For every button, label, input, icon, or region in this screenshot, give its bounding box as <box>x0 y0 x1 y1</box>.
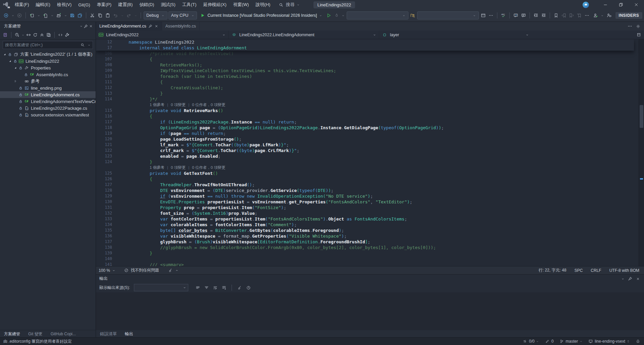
chevron-down-button[interactable] <box>10 12 15 19</box>
maximize-button[interactable] <box>613 0 629 9</box>
previous-bookmark-button[interactable] <box>560 12 567 19</box>
close-icon[interactable] <box>88 23 94 29</box>
codelens-row[interactable]: 1 個參考|0 項變更|0 位作者，0 項變更 <box>96 102 639 108</box>
filter-messages-icon[interactable] <box>204 285 209 290</box>
menu-item[interactable]: 視窗(W) <box>230 0 252 9</box>
spell-check-button[interactable]: ABC <box>500 12 507 19</box>
code-editor[interactable]: 106 /*private void RefreshTextView()107 … <box>96 39 644 266</box>
cursor-position[interactable]: 行: 22, 字元: 48 <box>539 267 566 273</box>
output-content[interactable] <box>96 292 644 330</box>
tree-item[interactable]: C#LineEndingAdornmentTextViewCreati <box>0 98 96 105</box>
vertical-scrollbar[interactable] <box>639 39 644 266</box>
status-bar-pencil[interactable]: 0 <box>545 339 554 344</box>
menu-item[interactable]: Git(G) <box>75 0 93 9</box>
chevron-down-icon[interactable] <box>319 13 323 18</box>
timestamps-icon[interactable] <box>246 285 251 290</box>
panel-tab[interactable]: 錯誤清單 <box>96 331 121 337</box>
editor-settings-icon[interactable] <box>635 23 641 29</box>
tree-item[interactable]: C#LineEndings2022 <box>0 58 96 64</box>
close-icon[interactable] <box>154 23 158 29</box>
paste-button[interactable] <box>104 12 111 19</box>
menu-item[interactable]: 測試(S) <box>157 0 179 9</box>
document-outline-icon[interactable] <box>636 32 641 38</box>
debug-dropdown[interactable]: Debug <box>144 11 167 19</box>
add-item-button[interactable] <box>55 12 62 19</box>
zoom-control[interactable]: 100 % <box>99 268 115 273</box>
chevron-down-button[interactable] <box>120 12 125 19</box>
pin-icon[interactable] <box>83 23 88 29</box>
codelens-segment[interactable]: 0 位作者，0 項變更 <box>192 102 226 108</box>
menu-item[interactable]: 偵錯(D) <box>136 0 157 9</box>
more-options-button[interactable] <box>584 12 590 19</box>
chevron-down-icon[interactable] <box>21 32 24 38</box>
increase-indent-button[interactable] <box>540 12 547 19</box>
autoscroll-icon[interactable] <box>221 285 227 290</box>
decrease-indent-button[interactable] <box>533 12 539 19</box>
new-project-button[interactable] <box>29 12 35 19</box>
solution-search-input[interactable]: 搜尋方案總管 (Ctrl+;) <box>3 41 93 49</box>
codelens-row[interactable]: 1 個參考|0 項變更|0 位作者，0 項變更 <box>96 165 639 170</box>
start-without-debugging-button[interactable] <box>326 12 332 19</box>
save-button[interactable] <box>69 12 76 19</box>
chevron-down-icon[interactable] <box>80 23 83 29</box>
tree-item[interactable]: source.extension.vsixmanifest <box>0 111 96 118</box>
line-ending-mode[interactable]: CRLF <box>591 268 601 273</box>
search-control[interactable]: 搜尋 <box>279 2 300 8</box>
panel-tab[interactable]: 輸出 <box>121 331 137 337</box>
toggle-bookmark-button[interactable] <box>553 12 559 19</box>
chevron-down-icon[interactable] <box>161 13 165 18</box>
start-debugging-button[interactable]: Current Instance [Visual Studio Professi… <box>198 13 324 18</box>
menu-item[interactable]: 專案(P) <box>94 0 115 9</box>
pending-changes-filter-icon[interactable] <box>14 32 20 38</box>
menu-item[interactable]: 編輯(E) <box>33 0 54 9</box>
save-all-button[interactable] <box>77 12 83 19</box>
status-bar-repo-monitor[interactable]: line-ending-vsext <box>588 339 630 344</box>
messages-icon[interactable] <box>195 285 200 290</box>
codelens-segment[interactable]: 1 個參考 <box>150 165 164 170</box>
chevron-down-button[interactable] <box>50 12 54 19</box>
any-cpu-dropdown[interactable]: Any CPU <box>168 11 197 19</box>
menu-item[interactable]: 建置(B) <box>115 0 136 9</box>
project-dropdown[interactable]: C# LineEndings2022 <box>96 31 229 39</box>
sync-with-active-document-icon[interactable] <box>26 32 31 38</box>
tool-window-tab[interactable]: GitHub Copi... <box>47 330 80 338</box>
chevron-down-button[interactable] <box>341 12 346 19</box>
codelens-segment[interactable]: 0 項變更 <box>171 165 186 170</box>
pin-icon[interactable] <box>627 276 633 282</box>
chevron-down-button[interactable] <box>63 12 68 19</box>
menu-item[interactable]: 檢視(V) <box>54 0 75 9</box>
chevron-down-icon[interactable] <box>621 276 625 282</box>
member-dropdown[interactable]: layer <box>379 31 532 39</box>
word-wrap-icon[interactable] <box>212 285 218 290</box>
undo-button[interactable] <box>112 12 119 19</box>
chevron-down-icon[interactable] <box>473 13 476 18</box>
editor-tab[interactable]: AssemblyInfo.cs <box>162 22 200 31</box>
menu-item[interactable]: 檔案(F) <box>11 0 33 9</box>
view-code-icon[interactable] <box>58 32 63 38</box>
close-icon[interactable] <box>635 276 641 282</box>
tree-item[interactable]: Properties <box>0 64 96 71</box>
type-dropdown[interactable]: LineEndings2022.LineEndingAdornment <box>229 31 379 39</box>
back-button[interactable] <box>3 12 9 19</box>
empty-dropdown[interactable] <box>347 11 408 19</box>
show-all-files-icon[interactable] <box>46 32 51 38</box>
codelens-segment[interactable]: 0 項變更 <box>171 102 186 108</box>
more-options-button[interactable] <box>488 12 494 19</box>
empty-dropdown[interactable] <box>417 11 479 19</box>
tree-item[interactable]: 方案 'LineEndings2022' (1 / 1 個專案) <box>0 51 96 58</box>
clear-bookmarks-button[interactable] <box>576 12 583 19</box>
properties-icon[interactable] <box>64 32 70 38</box>
uncomment-button[interactable] <box>520 12 527 19</box>
clear-output-icon[interactable] <box>237 285 242 290</box>
tool-window-tab[interactable]: 方案總管 <box>0 330 24 338</box>
more-options-icon[interactable] <box>627 23 633 29</box>
chevron-down-icon[interactable] <box>402 13 406 18</box>
hot-reload-button[interactable] <box>333 12 340 19</box>
editor-tab[interactable]: LineEndingAdornment.cs <box>96 22 162 31</box>
minimize-button[interactable] <box>598 0 613 9</box>
toggle-comment-button[interactable] <box>512 12 519 19</box>
tree-item[interactable]: 參考 <box>0 78 96 85</box>
problems-indicator[interactable]: 找不到任何問題 <box>123 267 159 273</box>
next-bookmark-button[interactable] <box>568 12 575 19</box>
menu-item[interactable]: 工具(T) <box>179 0 200 9</box>
